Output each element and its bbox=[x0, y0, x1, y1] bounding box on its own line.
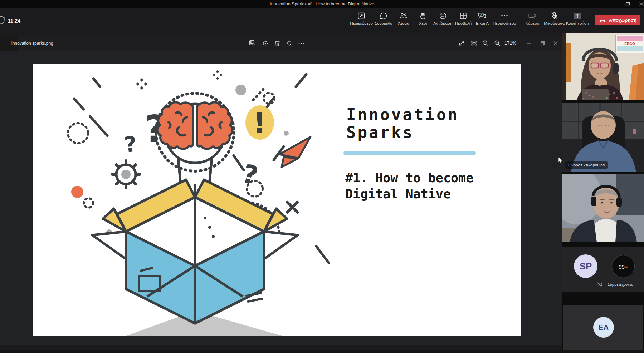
avatar-sp[interactable]: SP bbox=[574, 254, 597, 278]
device-label: Μικρόφωνο bbox=[544, 21, 565, 25]
sign-text: ERGO bbox=[624, 42, 635, 46]
view-grid-icon bbox=[459, 11, 468, 20]
chat-icon bbox=[379, 11, 388, 20]
hang-up-icon bbox=[599, 17, 606, 23]
screen-bottom-edge bbox=[0, 350, 644, 353]
nav-label: Χέρι bbox=[419, 21, 427, 25]
nav-label: Ε και Α bbox=[476, 21, 489, 25]
close-button[interactable] bbox=[635, 0, 644, 8]
slide-title: Innovation Sparks bbox=[346, 106, 459, 141]
participant-video-1[interactable]: ERGO bbox=[562, 33, 644, 100]
avatar-ea-initials: EA bbox=[599, 323, 609, 332]
close-icon bbox=[639, 2, 644, 6]
edit-image-button[interactable] bbox=[248, 39, 257, 48]
rotate-icon bbox=[262, 40, 269, 47]
viewer-close-button[interactable] bbox=[551, 39, 560, 48]
innovation-illustration: ? ? ? ! bbox=[33, 64, 330, 336]
window-title: Innovation Sparks: #1. How to become Dig… bbox=[0, 0, 644, 8]
exclamation-badge: ! bbox=[245, 105, 274, 140]
participant-ea-tile[interactable]: EA bbox=[563, 305, 643, 350]
zoom-out-icon bbox=[482, 40, 489, 47]
viewer-bottom-edge bbox=[0, 345, 562, 350]
viewer-content: ? ? ? ! bbox=[0, 51, 562, 353]
mouse-cursor bbox=[558, 157, 563, 165]
qa-icon: ? bbox=[478, 11, 487, 20]
svg-text:!: ! bbox=[253, 106, 266, 140]
paper-plane bbox=[279, 137, 311, 167]
meeting-time: 11:24 bbox=[8, 18, 20, 24]
share-button[interactable]: Κοινή χρήση bbox=[562, 11, 592, 32]
restore-button[interactable] bbox=[621, 0, 634, 8]
share-content-icon bbox=[357, 11, 366, 20]
zoom-level: 171% bbox=[504, 36, 516, 51]
restore-icon bbox=[540, 41, 545, 46]
viewer-restore-button[interactable] bbox=[538, 39, 547, 48]
device-label: Κάμερα bbox=[525, 21, 539, 25]
device-label: Κοινή χρήση bbox=[566, 21, 589, 25]
avatar-row: SP 99+ Συμμετέχοντες bbox=[562, 247, 644, 292]
restore-icon bbox=[625, 2, 630, 6]
viewer-more-button[interactable] bbox=[297, 39, 306, 48]
meeting-toolbar: 11:24 Περιεχόμενο Συνομιλία Άτομα Χέρι Α… bbox=[0, 8, 644, 36]
rotate-button[interactable] bbox=[261, 39, 270, 48]
participant-name-label: Filippos Zakopoulos bbox=[565, 161, 608, 169]
leave-button[interactable]: Αποχώρηση bbox=[595, 15, 640, 25]
shield-icon bbox=[0, 16, 5, 26]
people-icon bbox=[399, 11, 408, 20]
zoom-in-icon bbox=[494, 40, 501, 47]
participant-video-1-feed: ERGO bbox=[562, 33, 644, 100]
open-box bbox=[87, 180, 319, 336]
reaction-icon bbox=[439, 11, 447, 20]
delete-button[interactable] bbox=[273, 39, 282, 48]
gear-icon bbox=[112, 161, 140, 188]
camera-off-status-icon bbox=[597, 282, 602, 288]
zoom-out-button[interactable] bbox=[481, 39, 490, 48]
participant-video-3-feed bbox=[562, 174, 644, 242]
share-tray-icon bbox=[573, 11, 582, 20]
participant-video-2[interactable]: Filippos Zakopoulos bbox=[562, 103, 644, 172]
slide: ? ? ? ! bbox=[33, 64, 521, 336]
dot-cross-decoration bbox=[136, 70, 223, 90]
fit-screen-icon bbox=[470, 40, 478, 47]
avatar-sp-initials: SP bbox=[580, 261, 592, 272]
orange-dot bbox=[71, 186, 83, 198]
expand-icon bbox=[458, 40, 465, 47]
participants-label: Συμμετέχοντες bbox=[608, 282, 633, 287]
heart-icon bbox=[286, 40, 293, 46]
viewer-toolbar: innovation sparks.png 171% bbox=[0, 36, 644, 51]
leave-label: Αποχώρηση bbox=[609, 18, 636, 23]
meeting-window: Innovation Sparks: #1. How to become Dig… bbox=[0, 0, 644, 353]
participants-sidebar: ERGO bbox=[562, 33, 644, 353]
fullscreen-button[interactable] bbox=[457, 39, 466, 48]
raise-hand-icon bbox=[419, 11, 427, 20]
svg-text:?: ? bbox=[239, 158, 261, 191]
participants-overflow-tile[interactable]: 99+ bbox=[612, 255, 635, 278]
trash-icon bbox=[274, 40, 280, 47]
favorite-button[interactable] bbox=[284, 39, 294, 48]
more-icon bbox=[500, 11, 509, 20]
svg-text:?: ? bbox=[123, 131, 138, 157]
camera-off-icon bbox=[528, 11, 537, 20]
mic-off-icon bbox=[550, 11, 559, 20]
minimize-button[interactable] bbox=[607, 0, 619, 8]
close-icon bbox=[553, 41, 558, 45]
slide-accent-bar bbox=[343, 151, 476, 155]
viewer-filename: innovation sparks.png bbox=[11, 36, 53, 51]
edit-image-icon bbox=[249, 40, 256, 47]
app-titlebar: Innovation Sparks: #1. How to become Dig… bbox=[0, 0, 644, 8]
slide-subtitle: #1. How to become Digital Native bbox=[345, 170, 473, 202]
nav-label: Περισσότερα bbox=[493, 21, 516, 25]
participant-video-3[interactable] bbox=[562, 174, 644, 242]
fit-to-window-button[interactable] bbox=[469, 39, 479, 48]
svg-text:?: ? bbox=[480, 13, 482, 16]
ergo-sign: ERGO bbox=[615, 35, 644, 53]
nav-more-button[interactable]: Περισσότερα bbox=[489, 11, 519, 32]
avatar-ea: EA bbox=[593, 317, 614, 338]
viewer-minimize-button[interactable] bbox=[524, 39, 533, 48]
zoom-in-button[interactable] bbox=[493, 39, 502, 48]
more-icon bbox=[298, 40, 305, 47]
overflow-count: 99+ bbox=[619, 264, 628, 270]
